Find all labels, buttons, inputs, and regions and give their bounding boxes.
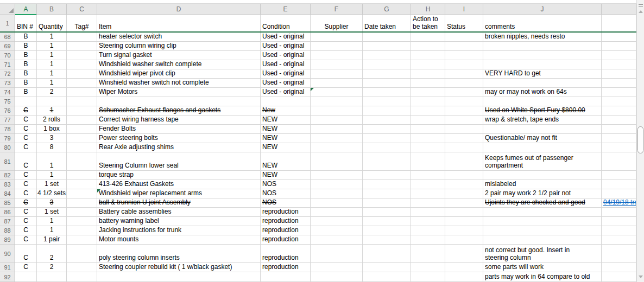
cell-K91[interactable] [602, 263, 636, 272]
cell-B73[interactable]: 1 [37, 79, 67, 88]
cell-F75[interactable] [311, 97, 363, 106]
cell-B83[interactable]: 1 set [37, 180, 67, 189]
cell-I87[interactable] [445, 217, 483, 226]
cell-F73[interactable] [311, 79, 363, 88]
cell-G92[interactable] [363, 272, 411, 282]
cell-B75[interactable] [37, 97, 67, 106]
cell-D80[interactable]: Rear Axle adjusting shims [97, 143, 261, 152]
cell-J92[interactable]: parts may work in 64 compare to old [483, 272, 602, 282]
cell-F90[interactable] [311, 245, 363, 263]
cell-G87[interactable] [363, 217, 411, 226]
cell-B68[interactable]: 1 [37, 33, 67, 42]
cell-A88[interactable]: C [15, 226, 37, 235]
cell-I71[interactable] [445, 60, 483, 69]
header-cell-cond[interactable]: Condition [261, 15, 311, 31]
cell-C71[interactable] [67, 60, 97, 69]
cell-A78[interactable]: C [15, 125, 37, 134]
cell-F85[interactable] [311, 198, 363, 208]
cell-K73[interactable] [602, 79, 636, 88]
cell-E87[interactable]: reproduction [261, 217, 311, 226]
cell-D78[interactable]: Fender Bolts [97, 125, 261, 134]
cell-D83[interactable]: 413-426 Exhaust Gaskets [97, 180, 261, 189]
cell-I70[interactable] [445, 51, 483, 60]
cell-A71[interactable]: B [15, 60, 37, 69]
cell-J90[interactable]: not correct but good. Insert in steering… [483, 245, 602, 263]
cell-I84[interactable] [445, 189, 483, 198]
cell-E72[interactable]: Used - original [261, 69, 311, 79]
cell-G69[interactable] [363, 42, 411, 51]
cell-B81[interactable]: 1 [37, 152, 67, 171]
cell-E84[interactable]: NOS [261, 189, 311, 198]
cell-K81[interactable] [602, 152, 636, 171]
cell-H70[interactable] [411, 51, 445, 60]
cell-K86[interactable] [602, 208, 636, 217]
cell-C83[interactable] [67, 180, 97, 189]
row-header-1[interactable]: 1 [0, 15, 15, 31]
cell-B71[interactable]: 1 [37, 60, 67, 69]
cell-C87[interactable] [67, 217, 97, 226]
cell-I76[interactable] [445, 106, 483, 116]
cell-E76[interactable]: New [261, 106, 311, 116]
cell-J88[interactable] [483, 226, 602, 235]
cell-D82[interactable]: torque strap [97, 171, 261, 180]
cell-A79[interactable]: C [15, 134, 37, 143]
cell-J87[interactable] [483, 217, 602, 226]
cell-H84[interactable] [411, 189, 445, 198]
cell-H80[interactable] [411, 143, 445, 152]
row-header-79[interactable]: 79 [0, 134, 15, 143]
cell-B88[interactable]: 1 [37, 226, 67, 235]
cell-G89[interactable] [363, 235, 411, 245]
cell-G75[interactable] [363, 97, 411, 106]
cell-I79[interactable] [445, 134, 483, 143]
cell-K83[interactable] [602, 180, 636, 189]
cell-I72[interactable] [445, 69, 483, 79]
cell-G88[interactable] [363, 226, 411, 235]
scroll-down-arrow-icon[interactable] [639, 275, 643, 278]
cell-C79[interactable] [67, 134, 97, 143]
cell-C77[interactable] [67, 116, 97, 125]
cell-D92[interactable] [97, 272, 261, 282]
split-handle-icon[interactable] [639, 4, 643, 7]
cell-C78[interactable] [67, 125, 97, 134]
cell-J71[interactable] [483, 60, 602, 69]
cell-K78[interactable] [602, 125, 636, 134]
cell-A85[interactable]: C [15, 198, 37, 208]
row-header-89[interactable]: 89 [0, 235, 15, 245]
cell-F83[interactable] [311, 180, 363, 189]
cell-E80[interactable]: NEW [261, 143, 311, 152]
cell-C73[interactable] [67, 79, 97, 88]
column-header-G[interactable]: G [363, 4, 411, 15]
cell-G73[interactable] [363, 79, 411, 88]
cell-D68[interactable]: heater selector switch [97, 33, 261, 42]
cell-E89[interactable]: reproduction [261, 235, 311, 245]
cell-F72[interactable] [311, 69, 363, 79]
cell-J75[interactable] [483, 97, 602, 106]
cell-I68[interactable] [445, 33, 483, 42]
cell-A70[interactable]: B [15, 51, 37, 60]
cell-A74[interactable]: B [15, 88, 37, 97]
row-header-85[interactable]: 85 [0, 198, 15, 208]
cell-E78[interactable]: NEW [261, 125, 311, 134]
cell-C88[interactable] [67, 226, 97, 235]
cell-C82[interactable] [67, 171, 97, 180]
row-header-76[interactable]: 76 [0, 106, 15, 116]
cell-D91[interactable]: Steering coupler rebuild kit ( 1 w/black… [97, 263, 261, 272]
cell-B82[interactable]: 1 [37, 171, 67, 180]
cell-J81[interactable]: Keeps fumes out of passenger compartment [483, 152, 602, 171]
cell-H72[interactable] [411, 69, 445, 79]
cell-I80[interactable] [445, 143, 483, 152]
cell-C90[interactable] [67, 245, 97, 263]
cell-G84[interactable] [363, 189, 411, 198]
cell-F81[interactable] [311, 152, 363, 171]
cell-K82[interactable] [602, 171, 636, 180]
row-header-74[interactable]: 74 [0, 88, 15, 97]
cell-J79[interactable]: Questionable/ may not fit [483, 134, 602, 143]
cell-C91[interactable] [67, 263, 97, 272]
cell-D84[interactable]: Windshield wiper replacement arms [97, 189, 261, 198]
cell-I77[interactable] [445, 116, 483, 125]
cell-J76[interactable]: Used on White Sport Fury $800.00 [483, 106, 602, 116]
row-header-68[interactable]: 68 [0, 33, 15, 42]
cell-D81[interactable]: Steering Column lower seal [97, 152, 261, 171]
cell-J74[interactable]: may or may not work on 64s [483, 88, 602, 97]
cell-I92[interactable] [445, 272, 483, 282]
